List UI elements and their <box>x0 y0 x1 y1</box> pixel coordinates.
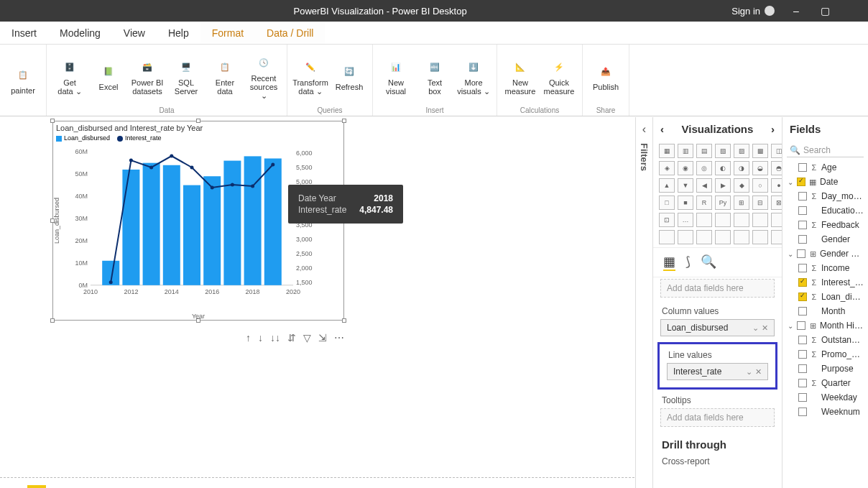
page-tabs[interactable] <box>0 477 634 488</box>
chart-action-icon[interactable]: ↓↓ <box>270 332 280 344</box>
filters-panel-collapsed[interactable]: ‹ Filters <box>635 117 652 488</box>
viz-type-icon[interactable]: ● <box>771 178 782 193</box>
viz-type-icon[interactable] <box>771 230 782 244</box>
chart-action-icon[interactable]: ⋯ <box>334 332 344 344</box>
viz-type-icon[interactable]: ▥ <box>678 144 693 158</box>
field-item[interactable]: Education_l... <box>782 203 868 218</box>
viz-type-icon[interactable]: ▩ <box>752 144 768 158</box>
chevron-right-icon[interactable]: › <box>771 123 775 135</box>
chart-action-icon[interactable]: ↓ <box>258 332 263 344</box>
chevron-left-icon[interactable]: ‹ <box>660 123 664 135</box>
viz-type-icon[interactable] <box>734 213 749 227</box>
ribbon-painter-button[interactable]: 📋painter <box>6 65 40 95</box>
viz-type-icon[interactable]: Py <box>715 195 731 210</box>
menu-format[interactable]: Format <box>200 23 255 43</box>
field-item[interactable]: ΣLoan_disbu... <box>782 290 868 304</box>
field-item[interactable]: ΣInterest_rate <box>782 275 868 290</box>
viz-type-icon[interactable]: ◫ <box>771 144 782 158</box>
field-item[interactable]: ΣPromo_Ca... <box>782 347 868 362</box>
fields-tab[interactable]: ▦ <box>663 254 675 271</box>
viz-type-icon[interactable] <box>678 230 693 244</box>
viz-type-icon[interactable]: ◒ <box>752 161 768 175</box>
viz-type-icon[interactable]: ▶ <box>715 178 731 193</box>
viz-type-icon[interactable]: ▨ <box>734 144 749 158</box>
page-tab[interactable] <box>27 485 46 488</box>
viz-type-icon[interactable]: ◑ <box>734 161 749 175</box>
viz-type-icon[interactable] <box>696 213 712 227</box>
viz-type-icon[interactable] <box>659 230 675 244</box>
resize-handle[interactable] <box>50 318 55 323</box>
viz-type-icon[interactable]: ▲ <box>659 178 675 193</box>
ribbon-refresh-button[interactable]: 🔄Refresh <box>332 61 366 91</box>
ribbon-sqlserver-button[interactable]: 🖥️SQL Server <box>169 57 203 96</box>
viz-type-icon[interactable]: ■ <box>678 195 693 210</box>
viz-type-icon[interactable]: □ <box>659 195 675 210</box>
ribbon-publish-button[interactable]: 📤Publish <box>588 61 623 91</box>
viz-type-icon[interactable] <box>752 213 768 227</box>
field-item[interactable]: Month <box>782 304 868 318</box>
chart-action-icon[interactable]: ⇲ <box>318 332 327 344</box>
field-item[interactable]: ⌄▦Date <box>782 175 868 189</box>
viz-type-icon[interactable]: ◈ <box>659 161 675 175</box>
field-item[interactable]: Purpose <box>782 362 868 376</box>
chart-action-icon[interactable]: ▽ <box>303 332 311 344</box>
viz-type-icon[interactable]: ▦ <box>659 144 675 158</box>
field-item[interactable]: ΣQuarter <box>782 376 868 390</box>
viz-type-icon[interactable] <box>696 230 712 244</box>
format-tab[interactable]: ⟆ <box>685 254 691 271</box>
tooltips-well[interactable]: Add data fields here <box>660 408 775 427</box>
field-item[interactable]: ⌄⊞Gender Hie... <box>782 247 868 261</box>
viz-type-icon[interactable]: ▤ <box>696 144 712 158</box>
viz-type-icon[interactable]: … <box>678 213 693 227</box>
remove-icon[interactable]: ✕ <box>755 367 762 377</box>
resize-handle[interactable] <box>50 119 55 123</box>
field-item[interactable]: Gender <box>782 232 868 247</box>
field-item[interactable]: ΣFeedback <box>782 218 868 232</box>
chevron-down-icon[interactable]: ⌄ <box>746 367 752 377</box>
line-values-pill[interactable]: Interest_rate ⌄✕ <box>667 363 768 380</box>
ribbon-newvisual-button[interactable]: 📊New visual <box>379 57 413 96</box>
menu-view[interactable]: View <box>112 23 157 43</box>
viz-type-icon[interactable]: ⊞ <box>734 195 749 210</box>
menu-datadrill[interactable]: Data / Drill <box>255 23 325 43</box>
chart-action-icon[interactable]: ↑ <box>246 332 251 344</box>
maximize-button[interactable]: ▢ <box>811 5 839 17</box>
viz-type-icon[interactable]: ◀ <box>696 178 712 193</box>
minimize-button[interactable]: – <box>782 5 811 17</box>
field-item[interactable]: ΣIncome <box>782 261 868 275</box>
column-values-pill[interactable]: Loan_disbursed ⌄✕ <box>660 319 775 336</box>
ribbon-recentsources-button[interactable]: 🕓Recent sources ⌄ <box>246 52 281 100</box>
ribbon-quickmeasure-button[interactable]: ⚡Quick measure <box>542 57 576 96</box>
viz-type-icon[interactable]: ⊟ <box>752 195 768 210</box>
field-item[interactable]: ΣOutstandin... <box>782 333 868 347</box>
resize-handle[interactable] <box>196 119 200 123</box>
ribbon-newmeasure-button[interactable]: 📐New measure <box>503 57 537 96</box>
axis-well[interactable]: Add data fields here <box>660 279 775 298</box>
remove-icon[interactable]: ✕ <box>762 323 768 333</box>
ribbon-enterdata-button[interactable]: 📋Enter data <box>208 57 242 96</box>
menu-insert[interactable]: Insert <box>0 23 48 43</box>
viz-type-icon[interactable]: ⊡ <box>659 213 675 227</box>
resize-handle[interactable] <box>342 318 346 323</box>
signin-button[interactable]: Sign in <box>731 6 775 17</box>
menu-modeling[interactable]: Modeling <box>48 23 112 43</box>
viz-type-icon[interactable] <box>734 230 749 244</box>
ribbon-getdata-button[interactable]: 🗄️Get data ⌄ <box>52 57 87 96</box>
viz-type-icon[interactable] <box>715 213 731 227</box>
viz-type-icon[interactable]: ▧ <box>715 144 731 158</box>
field-item[interactable]: ΣAge <box>782 160 868 175</box>
viz-type-icon[interactable] <box>715 230 731 244</box>
field-item[interactable]: ⌄⊞Month Hier... <box>782 318 868 333</box>
viz-type-icon[interactable]: ◓ <box>771 161 782 175</box>
viz-type-icon[interactable]: ⊠ <box>771 195 782 210</box>
chevron-down-icon[interactable]: ⌄ <box>752 323 759 333</box>
viz-type-icon[interactable]: ◎ <box>696 161 712 175</box>
viz-type-icon[interactable]: ◐ <box>715 161 731 175</box>
chart-action-icon[interactable]: ⇵ <box>287 332 296 344</box>
viz-type-icon[interactable]: ▼ <box>678 178 693 193</box>
viz-type-icon[interactable] <box>752 230 768 244</box>
viz-type-icon[interactable]: ○ <box>752 178 768 193</box>
analytics-tab[interactable]: 🔍 <box>701 254 716 271</box>
field-item[interactable]: Weekday <box>782 390 868 405</box>
canvas[interactable]: Loan_disbursed and Interest_rate by Year… <box>0 117 634 477</box>
